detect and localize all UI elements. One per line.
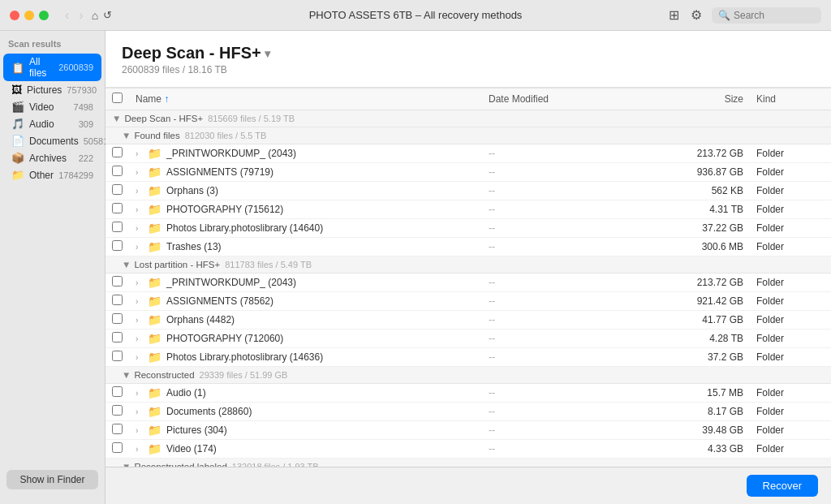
search-input[interactable] [734,10,815,21]
file-table-wrap[interactable]: Name Date Modified Size Kind ▼ [105,88,831,467]
row-date: -- [489,406,495,417]
sidebar-label-documents: Documents [29,136,79,147]
show-in-finder-button[interactable]: Show in Finder [6,470,98,489]
bottom-bar: Recover [105,467,831,504]
row-checkbox[interactable] [112,276,123,286]
nav-buttons: ‹ › [62,6,87,24]
row-checkbox[interactable] [112,240,123,251]
search-icon: 🔍 [718,10,730,21]
all-files-icon: 📋 [11,62,24,74]
row-chevron[interactable]: › [136,243,145,252]
sidebar-item-video[interactable]: 🎬 Video 7498 [3,98,101,115]
row-chevron[interactable]: › [136,316,145,325]
content-area: Deep Scan - HFS+ ▾ 2600839 files / 18.16… [105,31,831,504]
table-row: › 📁 ASSIGNMENTS (78562) --921.42 GBFolde… [105,292,831,311]
row-chevron[interactable]: › [136,297,145,306]
group-toggle[interactable]: ▼ [112,114,121,123]
row-date: -- [489,333,495,344]
row-chevron[interactable]: › [136,224,145,233]
filter-button[interactable]: ⚙ [689,6,704,24]
row-checkbox[interactable] [112,386,123,397]
forward-button[interactable]: › [75,6,86,24]
row-checkbox[interactable] [112,313,123,324]
row-chevron[interactable]: › [136,445,145,454]
row-date: -- [489,424,495,436]
table-row: › 📁 Documents (28860) --8.17 GBFolder [105,403,831,421]
sidebar-item-archives[interactable]: 📦 Archives 222 [3,149,101,166]
sidebar-item-audio[interactable]: 🎵 Audio 309 [3,115,101,132]
sidebar-item-pictures[interactable]: 🖼 Pictures 757930 [3,81,101,98]
row-checkbox[interactable] [112,166,123,176]
row-size: 8.17 GB [708,406,743,417]
group-toggle[interactable]: ▼ [122,260,131,269]
sidebar-count-documents: 50581 [84,136,109,146]
maximize-button[interactable] [39,11,49,20]
other-icon: 📁 [11,169,24,181]
folder-icon: 📁 [148,332,161,345]
row-checkbox[interactable] [112,295,123,305]
row-size: 37.2 GB [708,351,743,363]
row-checkbox[interactable] [112,222,123,232]
row-chevron[interactable]: › [136,205,145,214]
folder-icon: 📁 [148,313,161,326]
row-chevron[interactable]: › [136,407,145,416]
row-chevron[interactable]: › [136,426,145,435]
row-kind: Folder [756,222,784,234]
titlebar-right: ⊞ ⚙ 🔍 [667,6,821,24]
row-chevron[interactable]: › [136,187,145,196]
row-checkbox[interactable] [112,424,123,434]
group-toggle[interactable]: ▼ [122,131,131,140]
row-date: -- [489,148,495,159]
close-button[interactable] [10,11,19,20]
home-button[interactable]: ⌂ [92,9,98,22]
col-header-kind[interactable]: Kind [750,88,831,110]
col-header-size[interactable]: Size [644,88,750,110]
sidebar-item-all-files[interactable]: 📋 All files 2600839 [3,54,101,81]
traffic-lights [10,11,49,20]
row-checkbox[interactable] [112,332,123,342]
sidebar-item-other[interactable]: 📁 Other 1784299 [3,166,101,183]
row-chevron[interactable]: › [136,389,145,398]
row-size: 936.87 GB [697,166,743,178]
row-size: 4.33 GB [708,443,743,454]
col-header-date[interactable]: Date Modified [482,88,644,110]
row-chevron[interactable]: › [136,353,145,362]
back-button[interactable]: ‹ [62,6,72,24]
row-size: 41.77 GB [702,314,743,325]
row-chevron[interactable]: › [136,168,145,177]
folder-icon: 📁 [148,240,161,253]
sidebar-item-documents[interactable]: 📄 Documents 50581 [3,132,101,149]
title-dropdown-arrow[interactable]: ▾ [265,47,270,60]
folder-icon: 📁 [148,222,161,235]
row-chevron[interactable]: › [136,334,145,343]
sidebar-section-title: Scan results [0,39,105,54]
group-toggle[interactable]: ▼ [122,370,131,380]
row-name-text: PHOTOGRAPHY (715612) [166,204,283,215]
recover-button[interactable]: Recover [747,475,818,497]
row-checkbox[interactable] [112,405,123,416]
row-chevron[interactable]: › [136,278,145,287]
row-name-text: Pictures (304) [166,424,227,436]
view-toggle-button[interactable]: ⊞ [667,6,681,24]
row-name-text: Orphans (4482) [166,314,235,325]
restore-button[interactable]: ↺ [103,9,112,21]
minimize-button[interactable] [24,11,34,20]
row-kind: Folder [756,387,784,398]
select-all-checkbox[interactable] [112,93,123,103]
row-checkbox[interactable] [112,351,123,361]
row-checkbox[interactable] [112,147,123,157]
row-checkbox[interactable] [112,442,123,453]
search-box: 🔍 [712,7,821,24]
row-checkbox[interactable] [112,184,123,195]
folder-icon: 📁 [148,295,161,308]
row-checkbox[interactable] [112,203,123,213]
row-chevron[interactable]: › [136,149,145,158]
row-kind: Folder [756,204,784,215]
sidebar-label-pictures: Pictures [27,84,62,96]
row-name-text: _PRINTWORKDUMP_ (2043) [166,277,296,288]
row-name-text: Trashes (13) [166,241,222,252]
sidebar: Scan results 📋 All files 2600839 🖼 Pictu… [0,31,105,504]
col-header-name[interactable]: Name [129,88,482,110]
content-title-text: Deep Scan - HFS+ [122,44,261,62]
folder-icon: 📁 [148,405,161,418]
